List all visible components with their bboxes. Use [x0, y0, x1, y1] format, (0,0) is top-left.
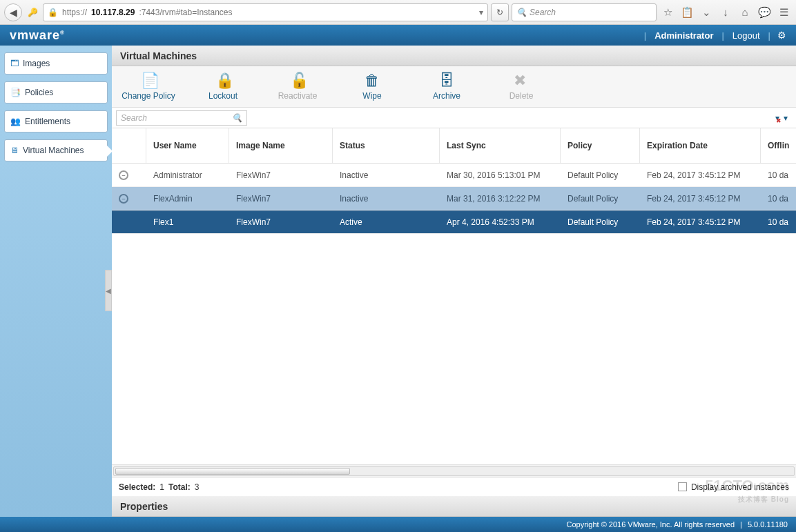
- policies-icon: 📑: [10, 88, 21, 97]
- cell-exp: Feb 24, 2017 3:45:12 PM: [640, 194, 761, 204]
- sidebar-item-policies[interactable]: 📑 Policies: [4, 81, 108, 104]
- search-icon: 🔍: [232, 113, 242, 123]
- col-off[interactable]: Offlin: [761, 128, 796, 163]
- wipe-button[interactable]: 🗑 Wipe: [341, 73, 403, 101]
- cell-status: Inactive: [333, 170, 440, 180]
- scrollbar-thumb[interactable]: [115, 468, 350, 475]
- sidebar-item-label: Policies: [25, 88, 53, 97]
- dropdown-icon[interactable]: ▾: [479, 8, 483, 17]
- cell-image: FlexWin7: [229, 170, 333, 180]
- pocket-icon[interactable]: ⌄: [698, 6, 715, 19]
- chat-icon[interactable]: 💬: [756, 6, 773, 19]
- archive-icon: 🗄: [439, 73, 454, 88]
- col-exp[interactable]: Expiration Date: [640, 128, 761, 163]
- cell-user: FlexAdmin: [146, 194, 229, 204]
- sidebar-item-virtual-machines[interactable]: 🖥 Virtual Machines: [4, 139, 108, 161]
- images-icon: 🗔: [10, 59, 19, 68]
- cell-exp: Feb 24, 2017 3:45:12 PM: [640, 217, 761, 227]
- url-host: 10.117.8.29: [91, 8, 135, 17]
- cell-policy: Default Policy: [561, 194, 640, 204]
- grid-search-input[interactable]: Search 🔍: [116, 110, 247, 126]
- cell-off: 10 da: [761, 194, 796, 204]
- col-image[interactable]: Image Name: [229, 128, 333, 163]
- tool-label: Wipe: [362, 91, 381, 101]
- horizontal-scrollbar[interactable]: [112, 464, 796, 477]
- search-row: Search 🔍 ▾✖ ▾: [112, 108, 796, 128]
- vmware-logo: vmware®: [10, 28, 65, 43]
- identity-icon[interactable]: 🔑: [25, 8, 40, 17]
- collapse-icon[interactable]: –: [119, 194, 128, 204]
- total-value: 3: [195, 482, 200, 492]
- unlock-icon: 🔓: [290, 73, 305, 88]
- sidebar-item-label: Images: [23, 59, 50, 68]
- back-button[interactable]: ◀: [4, 3, 22, 21]
- cell-user: Flex1: [146, 217, 229, 227]
- col-status[interactable]: Status: [333, 128, 440, 163]
- delete-button[interactable]: ✖ Delete: [490, 73, 552, 101]
- tool-label: Delete: [509, 91, 534, 101]
- content-area: ◀ Virtual Machines 📄 Change Policy 🔒 Loc…: [112, 46, 796, 517]
- archived-checkbox[interactable]: [678, 482, 687, 491]
- sidebar-collapse-handle[interactable]: ◀: [105, 270, 112, 311]
- table-row[interactable]: – FlexAdmin FlexWin7 Inactive Mar 31, 20…: [112, 187, 796, 210]
- cell-exp: Feb 24, 2017 3:45:12 PM: [640, 170, 761, 180]
- search-placeholder: Search: [121, 113, 147, 123]
- cell-image: FlexWin7: [229, 217, 333, 227]
- col-toggle[interactable]: [112, 128, 146, 163]
- trash-icon: 🗑: [365, 73, 380, 88]
- cell-status: Inactive: [333, 194, 440, 204]
- current-user[interactable]: Administrator: [650, 30, 717, 41]
- sidebar-item-images[interactable]: 🗔 Images: [4, 52, 108, 75]
- menu-icon[interactable]: ☰: [775, 6, 792, 19]
- home-icon[interactable]: ⌂: [737, 6, 753, 18]
- tool-label: Archive: [433, 91, 460, 101]
- browser-search[interactable]: 🔍 Search: [512, 3, 657, 21]
- url-path: :7443/rvm#tab=Instances: [139, 8, 232, 17]
- cell-user: Administrator: [146, 170, 229, 180]
- cell-sync: Mar 30, 2016 5:13:01 PM: [440, 170, 561, 180]
- sidebar-item-label: Virtual Machines: [23, 146, 84, 155]
- library-icon[interactable]: 📋: [679, 6, 695, 19]
- clear-filter-icon[interactable]: ▾✖: [775, 113, 779, 123]
- change-policy-button[interactable]: 📄 Change Policy: [117, 73, 179, 101]
- document-icon: 📄: [141, 73, 156, 88]
- filter-icon[interactable]: ▾: [784, 113, 788, 123]
- collapse-icon[interactable]: –: [119, 170, 128, 180]
- col-policy[interactable]: Policy: [561, 128, 640, 163]
- settings-gear-icon[interactable]: ⚙: [775, 30, 786, 41]
- cell-policy: Default Policy: [561, 217, 640, 227]
- col-sync[interactable]: Last Sync: [440, 128, 561, 163]
- tool-label: Change Policy: [122, 91, 175, 101]
- cell-sync: Apr 4, 2016 4:52:33 PM: [440, 217, 561, 227]
- address-bar[interactable]: 🔒 https://10.117.8.29:7443/rvm#tab=Insta…: [43, 3, 488, 21]
- cell-image: FlexWin7: [229, 194, 333, 204]
- col-user[interactable]: User Name: [146, 128, 229, 163]
- app-topbar: vmware® | Administrator | Logout | ⚙: [0, 25, 796, 46]
- tool-label: Lockout: [208, 91, 237, 101]
- reload-button[interactable]: ↻: [491, 3, 509, 21]
- table-row[interactable]: – Administrator FlexWin7 Inactive Mar 30…: [112, 164, 796, 187]
- downloads-icon[interactable]: ↓: [717, 6, 734, 18]
- action-toolbar: 📄 Change Policy 🔒 Lockout 🔓 Reactivate 🗑…: [112, 66, 796, 108]
- lock-icon: 🔒: [215, 73, 231, 88]
- sidebar-item-label: Entitlements: [25, 117, 70, 126]
- properties-header[interactable]: Properties: [112, 496, 796, 517]
- close-icon: ✖: [514, 73, 529, 88]
- cell-policy: Default Policy: [561, 170, 640, 180]
- sidebar: 🗔 Images 📑 Policies 👥 Entitlements 🖥 Vir…: [0, 46, 112, 517]
- version: 5.0.0.11180: [748, 520, 788, 529]
- selected-label: Selected:: [119, 482, 155, 492]
- table-row[interactable]: Flex1 FlexWin7 Active Apr 4, 2016 4:52:3…: [112, 210, 796, 234]
- browser-toolbar: ◀ 🔑 🔒 https://10.117.8.29:7443/rvm#tab=I…: [0, 0, 796, 25]
- sidebar-item-entitlements[interactable]: 👥 Entitlements: [4, 110, 108, 132]
- bookmark-icon[interactable]: ☆: [659, 6, 676, 19]
- archived-label: Display archived instances: [691, 482, 789, 492]
- search-placeholder: Search: [530, 8, 556, 17]
- tool-label: Reactivate: [278, 91, 318, 101]
- vm-grid: User Name Image Name Status Last Sync Po…: [112, 128, 796, 464]
- grid-header: User Name Image Name Status Last Sync Po…: [112, 128, 796, 164]
- reactivate-button[interactable]: 🔓 Reactivate: [266, 73, 329, 101]
- logout-link[interactable]: Logout: [728, 30, 764, 41]
- archive-button[interactable]: 🗄 Archive: [416, 73, 478, 101]
- lockout-button[interactable]: 🔒 Lockout: [192, 73, 254, 101]
